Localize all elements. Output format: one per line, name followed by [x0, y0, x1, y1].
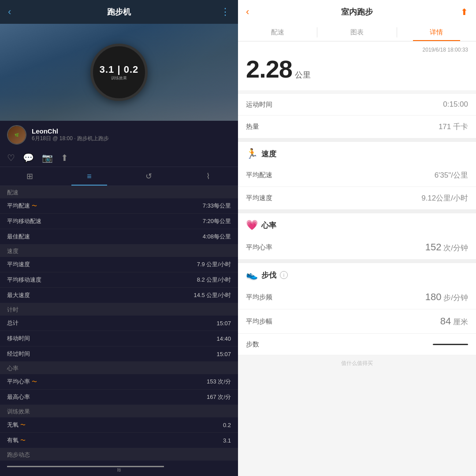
stat-row-time: 运动时间 0:15:00 [238, 94, 476, 115]
stat-value-time: 0:15:00 [443, 100, 468, 109]
right-panel: ‹ 室内跑步 ⬆ 配速 图表 详情 2019/6/18 18:00:33 2.2… [238, 0, 476, 476]
avg-stride-row: 平均步幅 84 厘米 [238, 309, 476, 334]
menu-icon[interactable]: ⋮ [220, 6, 230, 18]
action-bar: ♡ 💬 📷 ⬆ [0, 149, 238, 167]
info-icon[interactable]: i [280, 271, 288, 279]
tab-detail[interactable]: 详情 [397, 24, 476, 41]
avg-cadence-label: 平均步频 [246, 293, 272, 301]
row-label: 无氧 〜 [7, 421, 26, 429]
data-row: 平均心率 〜153 次/分 [0, 374, 238, 390]
tab-grid[interactable]: ⊞ [0, 167, 60, 186]
row-value: 15:07 [216, 320, 231, 327]
tab-refresh[interactable]: ↺ [119, 167, 178, 186]
avg-pace-label: 平均配速 [246, 171, 272, 179]
user-details: LeonChl 6月18日 @ 18:00 · 跑步机上跑步 [32, 127, 109, 142]
avg-stride-value: 84 厘米 [440, 316, 468, 327]
avg-hr-value: 152 次/分钟 [425, 242, 468, 253]
user-meta: 6月18日 @ 18:00 · 跑步机上跑步 [32, 135, 109, 142]
wave-icon: 〜 [32, 202, 37, 210]
speed-title: 速度 [261, 149, 276, 159]
row-value: 14.5 公里/小时 [193, 291, 231, 299]
data-row: 平均速度7.9 公里/小时 [0, 257, 238, 272]
share-icon-left[interactable]: ⬆ [61, 152, 68, 163]
row-label: 平均配速 〜 [7, 202, 37, 210]
main-distance: 2.28 公里 [246, 55, 468, 83]
row-label: 最大速度 [7, 291, 30, 299]
row-label: 有氧 〜 [7, 436, 26, 444]
section-header: 速度 [0, 245, 238, 257]
row-value: 4:08每公里 [203, 233, 231, 241]
tab-bar-left: ⊞ ≡ ↺ ⌇ [0, 167, 238, 186]
bottom-hint: 值什么值得买 [238, 355, 476, 372]
back-arrow-left[interactable]: ‹ [8, 6, 11, 18]
section-header: 训练效果 [0, 405, 238, 417]
data-row: 最佳配速4:08每公里 [0, 229, 238, 245]
avg-hr-row: 平均心率 152 次/分钟 [238, 235, 476, 260]
like-icon[interactable]: ♡ [7, 152, 15, 163]
row-value: 8.2 公里/小时 [197, 276, 231, 284]
watch-label: 训练效果 [100, 75, 139, 81]
user-info: 🌿 LeonChl 6月18日 @ 18:00 · 跑步机上跑步 [0, 121, 238, 149]
tab-list[interactable]: ≡ [60, 167, 119, 186]
avg-cadence-row: 平均步频 180 步/分钟 [238, 285, 476, 309]
right-tab-bar: 配速 图表 详情 [238, 24, 476, 41]
watch-display: 3.1 | 0.2 训练效果 [90, 44, 148, 101]
stat-label-calories: 热量 [246, 123, 259, 131]
comment-icon[interactable]: 💬 [23, 152, 34, 163]
data-row: 有氧 〜3.1 [0, 433, 238, 448]
share-icon-right[interactable]: ⬆ [461, 7, 468, 17]
cadence-title: 步伐 [261, 270, 276, 280]
hr-section-header: 💗 心率 [238, 213, 476, 235]
speed-icon: 🏃 [246, 148, 258, 160]
row-value: 14:40 [216, 335, 231, 342]
back-arrow-right[interactable]: ‹ [246, 6, 249, 18]
row-label: 经过时间 [7, 350, 30, 358]
avatar[interactable]: 🌿 [7, 125, 26, 145]
avg-speed-row: 平均速度 9.12公里/小时 [238, 187, 476, 210]
data-row: 最大速度14.5 公里/小时 [0, 288, 238, 303]
speed-section-header: 🏃 速度 [238, 142, 476, 164]
data-row: 平均移动配速7:20每公里 [0, 214, 238, 229]
row-value: 7:20每公里 [203, 217, 231, 225]
data-row: 最高心率167 次/分 [0, 390, 238, 405]
tab-pace[interactable]: 配速 [238, 24, 317, 41]
avg-speed-value: 9.12公里/小时 [421, 193, 468, 203]
stat-label-time: 运动时间 [246, 100, 272, 109]
tab-chart[interactable]: ⌇ [178, 167, 238, 186]
divider-2 [238, 210, 476, 213]
datetime: 2019/6/18 18:00:33 [246, 47, 468, 53]
row-label: 平均速度 [7, 260, 30, 268]
row-label: 平均心率 〜 [7, 378, 37, 386]
distance-number: 2.28 [246, 55, 292, 83]
tab-chart-right[interactable]: 图表 [317, 24, 396, 41]
hero-image: 3.1 | 0.2 训练效果 [0, 24, 238, 121]
steps-label: 步数 [246, 340, 259, 349]
data-row: 经过时间15:07 [0, 346, 238, 362]
hr-icon: 💗 [246, 219, 258, 231]
divider-1 [238, 138, 476, 142]
data-row: 总计15:07 [0, 316, 238, 331]
bottom-bar: Iti [0, 463, 238, 476]
left-title: 跑步机 [107, 7, 131, 17]
right-header: ‹ 室内跑步 ⬆ [238, 0, 476, 24]
avg-stride-label: 平均步幅 [246, 317, 272, 326]
wave-icon: 〜 [20, 437, 26, 444]
steps-value [433, 340, 468, 349]
row-value: 0.2 [223, 422, 231, 428]
row-label: 平均移动配速 [7, 217, 41, 225]
section-header: 计时 [0, 303, 238, 316]
avg-cadence-value: 180 步/分钟 [425, 291, 468, 303]
section-header: 配速 [0, 186, 238, 198]
cadence-icon: 👟 [246, 269, 258, 281]
watch-numbers: 3.1 | 0.2 [100, 64, 139, 75]
wave-icon: 〜 [32, 378, 37, 386]
data-row: 平均配速 〜7:33每公里 [0, 198, 238, 214]
stat-row-calories: 热量 171 千卡 [238, 115, 476, 138]
left-panel: ‹ 跑步机 ⋮ 3.1 | 0.2 训练效果 🌿 LeonChl 6月18日 @… [0, 0, 238, 476]
row-value: 15:07 [216, 351, 231, 357]
divider-3 [238, 260, 476, 263]
cadence-section-header: 👟 步伐 i [238, 263, 476, 285]
camera-icon[interactable]: 📷 [42, 152, 53, 163]
data-row: 无氧 〜0.2 [0, 417, 238, 433]
row-value: 7:33每公里 [203, 202, 231, 210]
